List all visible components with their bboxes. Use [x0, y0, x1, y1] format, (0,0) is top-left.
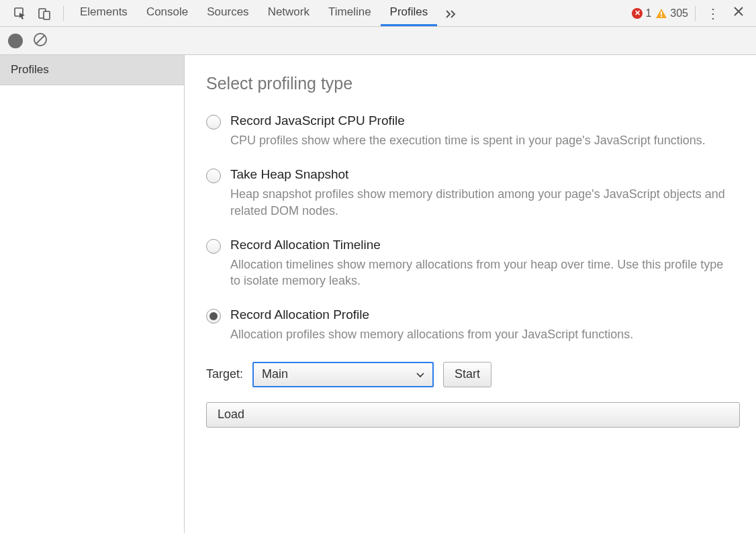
error-count[interactable]: ✕ 1	[632, 7, 651, 19]
warning-icon	[655, 8, 667, 19]
option-desc: Allocation timelines show memory allocat…	[230, 256, 727, 289]
tabs-overflow-icon[interactable]	[437, 9, 465, 18]
topbar-left-icons	[5, 4, 59, 23]
tab-network[interactable]: Network	[258, 0, 319, 26]
option-title: Record Allocation Timeline	[230, 238, 727, 252]
divider	[63, 6, 64, 21]
option-desc: Allocation profiles show memory allocati…	[230, 326, 633, 342]
option-title: Record JavaScript CPU Profile	[230, 113, 706, 128]
start-button[interactable]: Start	[443, 362, 491, 387]
option-body: Record JavaScript CPU Profile CPU profil…	[230, 113, 706, 148]
target-select[interactable]: Main	[252, 362, 434, 387]
profiles-toolbar	[0, 27, 756, 55]
close-devtools-icon[interactable]	[726, 6, 751, 20]
radio-cpu-profile[interactable]	[206, 115, 221, 130]
profiles-sidebar: Profiles	[0, 55, 185, 533]
option-desc: Heap snapshot profiles show memory distr…	[230, 186, 727, 219]
option-allocation-profile[interactable]: Record Allocation Profile Allocation pro…	[206, 307, 740, 342]
warning-count-value: 305	[670, 7, 688, 19]
target-selected-value: Main	[262, 367, 288, 381]
option-body: Record Allocation Timeline Allocation ti…	[230, 238, 727, 289]
target-row: Target: Main Start	[206, 362, 740, 387]
clear-button[interactable]	[32, 32, 48, 50]
panel-tabs: Elements Console Sources Network Timelin…	[70, 0, 437, 26]
devtools-topbar: Elements Console Sources Network Timelin…	[0, 0, 756, 27]
target-label: Target:	[206, 367, 243, 381]
tab-elements[interactable]: Elements	[70, 0, 137, 26]
divider	[695, 6, 696, 21]
option-body: Record Allocation Profile Allocation pro…	[230, 307, 633, 342]
chevron-down-icon	[416, 367, 424, 381]
option-allocation-timeline[interactable]: Record Allocation Timeline Allocation ti…	[206, 238, 740, 289]
tab-console[interactable]: Console	[137, 0, 197, 26]
tab-profiles[interactable]: Profiles	[381, 0, 438, 26]
error-count-value: 1	[645, 7, 651, 19]
sidebar-item-profiles[interactable]: Profiles	[0, 55, 184, 85]
page-heading: Select profiling type	[206, 74, 740, 93]
device-toolbar-icon[interactable]	[35, 4, 54, 23]
status-area: ✕ 1 305	[632, 7, 691, 19]
tab-timeline[interactable]: Timeline	[319, 0, 381, 26]
error-icon: ✕	[632, 8, 643, 19]
option-heap-snapshot[interactable]: Take Heap Snapshot Heap snapshot profile…	[206, 167, 740, 219]
settings-menu-icon[interactable]: ⋮	[700, 5, 726, 21]
radio-allocation-profile[interactable]	[206, 309, 221, 324]
option-body: Take Heap Snapshot Heap snapshot profile…	[230, 167, 727, 219]
svg-rect-2	[44, 11, 50, 19]
profiles-main: Profiles Select profiling type Record Ja…	[0, 55, 756, 533]
option-title: Take Heap Snapshot	[230, 167, 727, 182]
load-row: Load	[206, 402, 740, 428]
tab-sources[interactable]: Sources	[197, 0, 258, 26]
option-desc: CPU profiles show where the execution ti…	[230, 132, 706, 148]
radio-heap-snapshot[interactable]	[206, 168, 221, 183]
svg-rect-3	[661, 11, 662, 15]
warning-count[interactable]: 305	[655, 7, 688, 19]
option-cpu-profile[interactable]: Record JavaScript CPU Profile CPU profil…	[206, 113, 740, 148]
profiles-content: Select profiling type Record JavaScript …	[185, 55, 756, 533]
svg-rect-4	[661, 15, 662, 17]
load-button[interactable]: Load	[206, 402, 740, 428]
radio-allocation-timeline[interactable]	[206, 239, 221, 254]
record-button[interactable]	[8, 34, 23, 48]
option-title: Record Allocation Profile	[230, 307, 633, 322]
inspect-element-icon[interactable]	[11, 4, 30, 23]
